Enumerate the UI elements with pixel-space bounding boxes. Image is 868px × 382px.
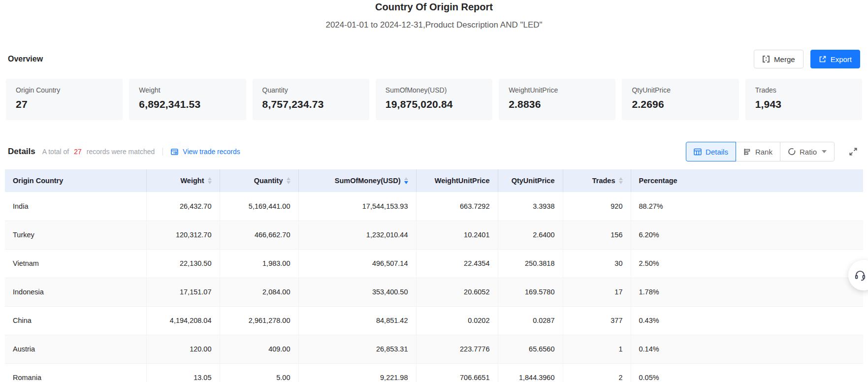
column-label: SumOfMoney(USD) <box>335 177 401 185</box>
fullscreen-icon <box>848 147 858 157</box>
cell-weight: 17,151.07 <box>146 278 220 306</box>
table-body: India26,432.705,169,441.0017,544,153.936… <box>5 192 863 382</box>
sort-icon[interactable] <box>619 177 623 184</box>
stat-label: Quantity <box>262 86 359 94</box>
cell-wup: 20.6052 <box>416 278 498 306</box>
tab-ratio-label: Ratio <box>800 148 817 156</box>
rank-bars-icon <box>743 148 751 156</box>
cell-pct: 2.50% <box>631 249 863 278</box>
table-row: Romania13.055.009,221.98706.66511,844.39… <box>5 363 863 382</box>
fullscreen-button[interactable] <box>846 145 860 159</box>
column-header-qup: QtyUnitPrice <box>498 169 563 192</box>
cell-weight: 120.00 <box>146 335 220 363</box>
column-label: Quantity <box>254 177 283 185</box>
cell-wup: 0.0202 <box>416 306 498 335</box>
cell-pct: 0.43% <box>631 306 863 335</box>
sort-icon[interactable] <box>208 177 212 184</box>
overview-stats: Origin Country 27 Weight 6,892,341.53 Qu… <box>6 79 862 120</box>
export-button[interactable]: Export <box>810 50 860 68</box>
column-label: Origin Country <box>13 177 63 185</box>
details-bar: Details A total of 27 records were match… <box>0 140 868 163</box>
cell-pct: 88.27% <box>631 192 863 221</box>
details-table-wrap: Origin CountryWeightQuantitySumOfMoney(U… <box>5 169 863 382</box>
cell-quantity: 1,983.00 <box>220 249 298 278</box>
cell-qup: 3.3938 <box>498 192 563 221</box>
cell-trades: 17 <box>563 278 631 306</box>
stat-value: 1,943 <box>755 98 852 110</box>
export-button-label: Export <box>831 55 852 64</box>
cell-sum: 17,544,153.93 <box>298 192 416 221</box>
cell-pct: 1.78% <box>631 278 863 306</box>
stat-card-sum-of-money: SumOfMoney(USD) 19,875,020.84 <box>376 79 492 120</box>
cell-weight: 22,130.50 <box>146 249 220 278</box>
tab-ratio[interactable]: Ratio <box>780 142 835 161</box>
cell-pct: 6.20% <box>631 221 863 249</box>
cell-quantity: 5,169,441.00 <box>220 192 298 221</box>
table-row: Austria120.00409.0026,853.31223.777665.6… <box>5 335 863 363</box>
column-label: Percentage <box>639 177 677 185</box>
cell-sum: 1,232,010.44 <box>298 221 416 249</box>
stat-label: Origin Country <box>16 86 113 94</box>
table-view-icon <box>694 148 702 156</box>
column-header-quantity[interactable]: Quantity <box>220 169 298 192</box>
cell-weight: 13.05 <box>146 363 220 382</box>
page-subtitle: 2024-01-01 to 2024-12-31,Product Descrip… <box>0 20 868 30</box>
cell-country: Indonesia <box>5 278 146 306</box>
column-header-trades[interactable]: Trades <box>563 169 631 192</box>
stat-label: WeightUnitPrice <box>509 86 606 94</box>
cell-sum: 496,507.14 <box>298 249 416 278</box>
stat-card-weight-unit-price: WeightUnitPrice 2.8836 <box>499 79 615 120</box>
details-match-summary: A total of 27 records were matched <box>42 148 155 156</box>
cell-country: Vietnam <box>5 249 146 278</box>
tab-rank[interactable]: Rank <box>736 142 780 161</box>
ratio-pie-icon <box>788 148 796 156</box>
stat-card-weight: Weight 6,892,341.53 <box>129 79 246 120</box>
details-table: Origin CountryWeightQuantitySumOfMoney(U… <box>5 169 863 382</box>
details-heading: Details <box>8 147 35 157</box>
cell-wup: 223.7776 <box>416 335 498 363</box>
cell-wup: 22.4354 <box>416 249 498 278</box>
cell-quantity: 5.00 <box>220 363 298 382</box>
match-suffix: records were matched <box>87 148 155 156</box>
column-label: QtyUnitPrice <box>512 177 555 185</box>
stat-label: Weight <box>139 86 236 94</box>
stat-label: SumOfMoney(USD) <box>386 86 482 94</box>
overview-heading: Overview <box>8 55 43 64</box>
sort-icon[interactable] <box>404 177 408 184</box>
cell-quantity: 2,961,278.00 <box>220 306 298 335</box>
cell-sum: 9,221.98 <box>298 363 416 382</box>
stat-card-qty-unit-price: QtyUnitPrice 2.2696 <box>622 79 739 120</box>
tab-details-label: Details <box>706 148 728 156</box>
vertical-divider <box>162 148 163 156</box>
merge-button-label: Merge <box>774 55 795 64</box>
details-right: Details Rank Ratio <box>686 142 860 161</box>
cell-wup: 706.6651 <box>416 363 498 382</box>
table-row: Indonesia17,151.072,084.00353,400.5020.6… <box>5 278 863 306</box>
view-trade-records-label: View trade records <box>183 148 240 156</box>
sort-icon[interactable] <box>287 177 290 184</box>
overview-bar: Overview Merge Export <box>0 47 868 71</box>
cell-quantity: 2,084.00 <box>220 278 298 306</box>
table-row: Vietnam22,130.501,983.00496,507.1422.435… <box>5 249 863 278</box>
column-header-weight[interactable]: Weight <box>146 169 220 192</box>
cell-trades: 2 <box>563 363 631 382</box>
cell-pct: 0.14% <box>631 335 863 363</box>
chevron-down-icon <box>822 150 827 153</box>
stat-value: 2.2696 <box>632 98 729 110</box>
cell-qup: 0.0287 <box>498 306 563 335</box>
tab-details[interactable]: Details <box>686 142 736 161</box>
view-trade-records-link[interactable]: View trade records <box>171 148 240 156</box>
table-row: Turkey120,312.70466,662.701,232,010.4410… <box>5 221 863 249</box>
cell-country: Romania <box>5 363 146 382</box>
cell-country: Austria <box>5 335 146 363</box>
stat-value: 6,892,341.53 <box>139 98 236 110</box>
cell-trades: 1 <box>563 335 631 363</box>
cell-sum: 84,851.42 <box>298 306 416 335</box>
column-header-sum[interactable]: SumOfMoney(USD) <box>298 169 416 192</box>
page-title: Country Of Origin Report <box>0 1 868 13</box>
cell-wup: 663.7292 <box>416 192 498 221</box>
merge-button[interactable]: Merge <box>754 50 804 68</box>
cell-sum: 26,853.31 <box>298 335 416 363</box>
stat-value: 2.8836 <box>509 98 606 110</box>
cell-quantity: 466,662.70 <box>220 221 298 249</box>
